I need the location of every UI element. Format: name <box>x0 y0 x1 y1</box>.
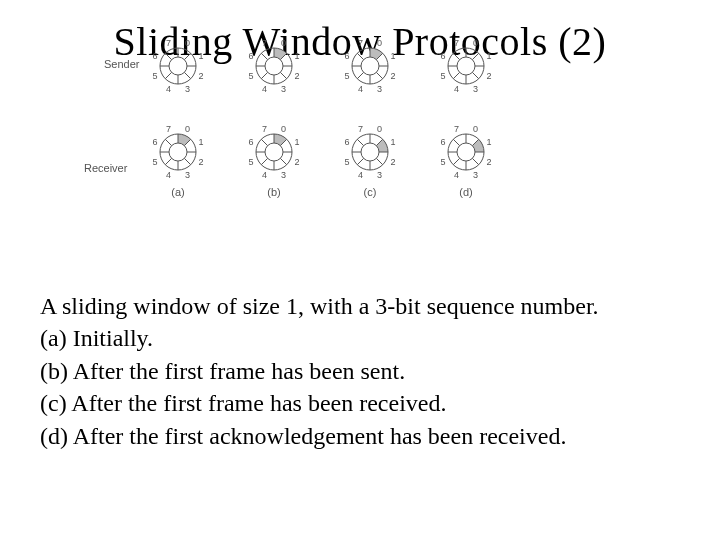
svg-text:2: 2 <box>391 71 396 81</box>
svg-point-19 <box>265 57 283 75</box>
svg-line-79 <box>165 158 171 164</box>
svg-text:5: 5 <box>440 157 445 167</box>
svg-text:1: 1 <box>487 137 492 147</box>
caption-b: (b) After the first frame has been sent. <box>40 355 680 387</box>
svg-line-43 <box>357 72 363 78</box>
svg-line-61 <box>453 72 459 78</box>
svg-line-45 <box>357 53 363 59</box>
svg-point-1 <box>169 57 187 75</box>
svg-text:2: 2 <box>199 71 204 81</box>
svg-text:3: 3 <box>473 84 478 94</box>
column-label: (b) <box>267 186 280 198</box>
svg-text:6: 6 <box>440 51 445 61</box>
svg-text:0: 0 <box>473 124 478 134</box>
svg-text:4: 4 <box>166 84 171 94</box>
svg-point-91 <box>265 143 283 161</box>
svg-text:5: 5 <box>440 71 445 81</box>
figure-caption: A sliding window of size 1, with a 3-bit… <box>40 290 680 452</box>
svg-text:1: 1 <box>199 137 204 147</box>
window-dial-icon: 01234567 <box>342 124 398 180</box>
svg-text:4: 4 <box>454 170 459 180</box>
svg-line-135 <box>453 139 459 145</box>
window-dial-icon: 01234567 <box>438 38 494 94</box>
svg-line-57 <box>472 53 478 59</box>
column-label: (c) <box>364 186 377 198</box>
caption-c: (c) After the first frame has been recei… <box>40 387 680 419</box>
svg-point-127 <box>457 143 475 161</box>
svg-text:7: 7 <box>262 124 267 134</box>
svg-text:2: 2 <box>487 71 492 81</box>
svg-text:1: 1 <box>391 51 396 61</box>
receiver-dial: 01234567(b) <box>246 124 302 198</box>
svg-text:2: 2 <box>487 157 492 167</box>
column-label: (a) <box>171 186 184 198</box>
window-dial-icon: 01234567 <box>150 124 206 180</box>
caption-intro: A sliding window of size 1, with a 3-bit… <box>40 290 680 322</box>
svg-line-97 <box>261 158 267 164</box>
svg-text:6: 6 <box>344 137 349 147</box>
svg-text:5: 5 <box>248 157 253 167</box>
receiver-dial: 01234567(a) <box>150 124 206 198</box>
svg-line-115 <box>357 158 363 164</box>
window-dial-icon: 01234567 <box>438 124 494 180</box>
svg-text:3: 3 <box>473 170 478 180</box>
svg-text:0: 0 <box>185 38 190 48</box>
svg-line-99 <box>261 139 267 145</box>
window-dial-icon: 01234567 <box>246 124 302 180</box>
sender-row: 01234567012345670123456701234567 <box>110 38 510 94</box>
svg-text:5: 5 <box>152 157 157 167</box>
window-dial-icon: 01234567 <box>150 38 206 94</box>
svg-line-77 <box>184 158 190 164</box>
svg-line-7 <box>165 72 171 78</box>
svg-line-113 <box>376 158 382 164</box>
svg-text:1: 1 <box>295 51 300 61</box>
svg-text:6: 6 <box>152 137 157 147</box>
svg-line-27 <box>261 53 267 59</box>
svg-text:7: 7 <box>166 124 171 134</box>
svg-text:7: 7 <box>262 38 267 48</box>
svg-text:0: 0 <box>377 124 382 134</box>
svg-text:4: 4 <box>262 84 267 94</box>
svg-line-63 <box>453 53 459 59</box>
receiver-dial: 01234567(d) <box>438 124 494 198</box>
svg-text:6: 6 <box>344 51 349 61</box>
svg-text:0: 0 <box>281 124 286 134</box>
sender-dial: 01234567 <box>246 38 302 94</box>
sender-row-label: Sender <box>104 58 139 70</box>
svg-line-133 <box>453 158 459 164</box>
svg-point-73 <box>169 143 187 161</box>
svg-text:5: 5 <box>248 71 253 81</box>
svg-point-55 <box>457 57 475 75</box>
svg-text:3: 3 <box>281 84 286 94</box>
svg-text:4: 4 <box>358 170 363 180</box>
svg-text:4: 4 <box>262 170 267 180</box>
svg-text:3: 3 <box>185 170 190 180</box>
sender-dial: 01234567 <box>150 38 206 94</box>
svg-line-117 <box>357 139 363 145</box>
svg-line-131 <box>472 158 478 164</box>
svg-text:7: 7 <box>166 38 171 48</box>
svg-text:7: 7 <box>358 124 363 134</box>
svg-text:7: 7 <box>358 38 363 48</box>
svg-text:2: 2 <box>391 157 396 167</box>
svg-text:3: 3 <box>377 84 382 94</box>
svg-text:2: 2 <box>295 71 300 81</box>
svg-text:5: 5 <box>344 157 349 167</box>
window-dial-icon: 01234567 <box>246 38 302 94</box>
svg-text:5: 5 <box>152 71 157 81</box>
svg-text:3: 3 <box>185 84 190 94</box>
svg-text:1: 1 <box>199 51 204 61</box>
svg-point-109 <box>361 143 379 161</box>
svg-line-23 <box>280 72 286 78</box>
caption-a: (a) Initially. <box>40 322 680 354</box>
receiver-row: 01234567(a)01234567(b)01234567(c)0123456… <box>110 124 510 198</box>
svg-text:6: 6 <box>440 137 445 147</box>
svg-line-81 <box>165 139 171 145</box>
svg-text:2: 2 <box>199 157 204 167</box>
svg-line-59 <box>472 72 478 78</box>
svg-text:6: 6 <box>152 51 157 61</box>
svg-text:6: 6 <box>248 137 253 147</box>
svg-text:0: 0 <box>473 38 478 48</box>
svg-line-3 <box>184 53 190 59</box>
svg-line-9 <box>165 53 171 59</box>
